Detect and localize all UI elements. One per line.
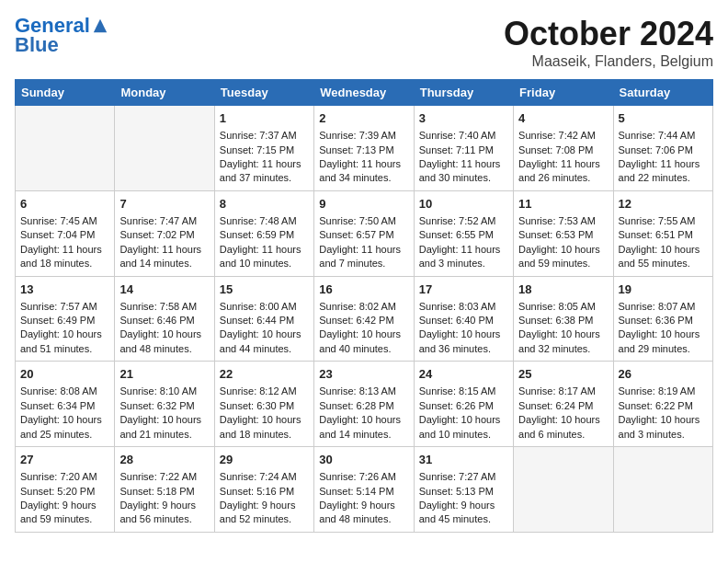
day-number: 4 (518, 110, 608, 127)
weekday-header: Thursday (414, 80, 513, 106)
calendar-day-cell: 10Sunrise: 7:52 AMSunset: 6:55 PMDayligh… (414, 190, 513, 276)
day-info: Sunrise: 7:26 AMSunset: 5:14 PMDaylight:… (319, 471, 396, 524)
day-info: Sunrise: 8:00 AMSunset: 6:44 PMDaylight:… (220, 301, 301, 354)
day-number: 11 (518, 196, 608, 213)
calendar-day-cell: 4Sunrise: 7:42 AMSunset: 7:08 PMDaylight… (514, 106, 613, 191)
calendar-day-cell: 8Sunrise: 7:48 AMSunset: 6:59 PMDaylight… (214, 190, 313, 276)
calendar-day-cell: 28Sunrise: 7:22 AMSunset: 5:18 PMDayligh… (115, 447, 214, 533)
day-number: 23 (319, 366, 408, 383)
day-info: Sunrise: 7:57 AMSunset: 6:49 PMDaylight:… (20, 301, 102, 354)
day-number: 31 (419, 452, 508, 468)
calendar-day-cell: 30Sunrise: 7:26 AMSunset: 5:14 PMDayligh… (314, 447, 414, 533)
weekday-header: Tuesday (214, 80, 313, 106)
calendar-day-cell: 21Sunrise: 8:10 AMSunset: 6:32 PMDayligh… (115, 362, 214, 447)
calendar-week-row: 1Sunrise: 7:37 AMSunset: 7:15 PMDaylight… (16, 106, 713, 191)
day-number: 26 (619, 366, 708, 383)
calendar-day-cell: 16Sunrise: 8:02 AMSunset: 6:42 PMDayligh… (314, 276, 414, 362)
calendar-day-cell: 12Sunrise: 7:55 AMSunset: 6:51 PMDayligh… (613, 190, 712, 276)
calendar-day-cell: 9Sunrise: 7:50 AMSunset: 6:57 PMDaylight… (314, 190, 414, 276)
day-info: Sunrise: 7:52 AMSunset: 6:55 PMDaylight:… (419, 215, 501, 269)
day-number: 6 (20, 196, 109, 213)
day-number: 24 (419, 366, 508, 383)
day-number: 3 (419, 110, 508, 127)
day-info: Sunrise: 8:05 AMSunset: 6:38 PMDaylight:… (518, 301, 600, 354)
day-number: 22 (220, 366, 309, 383)
calendar-day-cell: 29Sunrise: 7:24 AMSunset: 5:16 PMDayligh… (214, 447, 313, 533)
calendar-week-row: 20Sunrise: 8:08 AMSunset: 6:34 PMDayligh… (16, 362, 713, 447)
calendar-day-cell: 24Sunrise: 8:15 AMSunset: 6:26 PMDayligh… (414, 362, 513, 447)
day-info: Sunrise: 7:58 AMSunset: 6:46 PMDaylight:… (119, 301, 201, 354)
day-number: 21 (119, 366, 209, 383)
calendar-day-cell: 1Sunrise: 7:37 AMSunset: 7:15 PMDaylight… (214, 106, 313, 191)
calendar-day-cell: 31Sunrise: 7:27 AMSunset: 5:13 PMDayligh… (414, 447, 513, 533)
day-info: Sunrise: 7:40 AMSunset: 7:11 PMDaylight:… (419, 130, 501, 183)
day-number: 16 (319, 282, 408, 298)
logo-icon (92, 17, 108, 34)
day-info: Sunrise: 8:12 AMSunset: 6:30 PMDaylight:… (220, 385, 301, 439)
day-info: Sunrise: 8:07 AMSunset: 6:36 PMDaylight:… (619, 301, 700, 354)
weekday-header: Wednesday (314, 80, 414, 106)
day-info: Sunrise: 8:10 AMSunset: 6:32 PMDaylight:… (119, 385, 201, 439)
day-info: Sunrise: 8:19 AMSunset: 6:22 PMDaylight:… (619, 385, 700, 439)
calendar-day-cell: 15Sunrise: 8:00 AMSunset: 6:44 PMDayligh… (214, 276, 313, 362)
day-info: Sunrise: 7:42 AMSunset: 7:08 PMDaylight:… (518, 130, 600, 183)
day-info: Sunrise: 7:20 AMSunset: 5:20 PMDaylight:… (20, 471, 97, 524)
calendar-day-cell: 5Sunrise: 7:44 AMSunset: 7:06 PMDaylight… (613, 106, 712, 191)
weekday-header: Friday (514, 80, 613, 106)
day-info: Sunrise: 8:03 AMSunset: 6:40 PMDaylight:… (419, 301, 501, 354)
day-info: Sunrise: 8:08 AMSunset: 6:34 PMDaylight:… (20, 385, 102, 439)
day-info: Sunrise: 7:44 AMSunset: 7:06 PMDaylight:… (619, 130, 700, 183)
calendar-day-cell: 20Sunrise: 8:08 AMSunset: 6:34 PMDayligh… (16, 362, 115, 447)
day-info: Sunrise: 7:27 AMSunset: 5:13 PMDaylight:… (419, 471, 496, 524)
weekday-header: Saturday (613, 80, 712, 106)
calendar-day-cell: 14Sunrise: 7:58 AMSunset: 6:46 PMDayligh… (115, 276, 214, 362)
calendar-day-cell: 2Sunrise: 7:39 AMSunset: 7:13 PMDaylight… (314, 106, 414, 191)
day-info: Sunrise: 7:48 AMSunset: 6:59 PMDaylight:… (220, 215, 301, 269)
day-info: Sunrise: 7:39 AMSunset: 7:13 PMDaylight:… (319, 130, 401, 183)
day-info: Sunrise: 7:55 AMSunset: 6:51 PMDaylight:… (619, 215, 700, 269)
calendar-day-cell: 25Sunrise: 8:17 AMSunset: 6:24 PMDayligh… (514, 362, 613, 447)
day-number: 13 (20, 282, 109, 298)
calendar-week-row: 6Sunrise: 7:45 AMSunset: 7:04 PMDaylight… (16, 190, 713, 276)
day-info: Sunrise: 7:50 AMSunset: 6:57 PMDaylight:… (319, 215, 401, 269)
day-number: 2 (319, 110, 408, 127)
calendar-header-row: SundayMondayTuesdayWednesdayThursdayFrid… (16, 80, 713, 106)
day-number: 20 (20, 366, 109, 383)
calendar-day-cell: 11Sunrise: 7:53 AMSunset: 6:53 PMDayligh… (514, 190, 613, 276)
day-number: 10 (419, 196, 508, 213)
day-number: 1 (220, 110, 309, 127)
day-number: 30 (319, 452, 408, 468)
calendar-day-cell: 23Sunrise: 8:13 AMSunset: 6:28 PMDayligh… (314, 362, 414, 447)
calendar-day-cell (514, 447, 613, 533)
day-number: 17 (419, 282, 508, 298)
day-number: 15 (220, 282, 309, 298)
day-number: 7 (119, 196, 209, 213)
calendar-day-cell: 7Sunrise: 7:47 AMSunset: 7:02 PMDaylight… (115, 190, 214, 276)
day-info: Sunrise: 7:22 AMSunset: 5:18 PMDaylight:… (119, 471, 197, 524)
day-number: 8 (220, 196, 309, 213)
location-subtitle: Maaseik, Flanders, Belgium (504, 53, 713, 70)
calendar-day-cell: 22Sunrise: 8:12 AMSunset: 6:30 PMDayligh… (214, 362, 313, 447)
svg-marker-0 (94, 19, 107, 32)
day-info: Sunrise: 8:17 AMSunset: 6:24 PMDaylight:… (518, 385, 600, 439)
day-info: Sunrise: 7:53 AMSunset: 6:53 PMDaylight:… (518, 215, 600, 269)
page-header: General Blue October 2024 Maaseik, Fland… (15, 15, 713, 70)
day-info: Sunrise: 7:47 AMSunset: 7:02 PMDaylight:… (119, 215, 201, 269)
day-info: Sunrise: 8:13 AMSunset: 6:28 PMDaylight:… (319, 385, 401, 439)
day-number: 9 (319, 196, 408, 213)
calendar-week-row: 13Sunrise: 7:57 AMSunset: 6:49 PMDayligh… (16, 276, 713, 362)
calendar-day-cell: 13Sunrise: 7:57 AMSunset: 6:49 PMDayligh… (16, 276, 115, 362)
calendar-day-cell (115, 106, 214, 191)
day-number: 25 (518, 366, 608, 383)
day-info: Sunrise: 7:45 AMSunset: 7:04 PMDaylight:… (20, 215, 102, 269)
day-info: Sunrise: 7:24 AMSunset: 5:16 PMDaylight:… (220, 471, 297, 524)
title-block: October 2024 Maaseik, Flanders, Belgium (504, 15, 713, 70)
day-info: Sunrise: 7:37 AMSunset: 7:15 PMDaylight:… (220, 130, 301, 183)
calendar-day-cell: 3Sunrise: 7:40 AMSunset: 7:11 PMDaylight… (414, 106, 513, 191)
day-number: 28 (119, 452, 209, 468)
day-number: 27 (20, 452, 109, 468)
calendar-day-cell: 27Sunrise: 7:20 AMSunset: 5:20 PMDayligh… (16, 447, 115, 533)
calendar-day-cell: 6Sunrise: 7:45 AMSunset: 7:04 PMDaylight… (16, 190, 115, 276)
weekday-header: Sunday (16, 80, 115, 106)
day-number: 12 (619, 196, 708, 213)
